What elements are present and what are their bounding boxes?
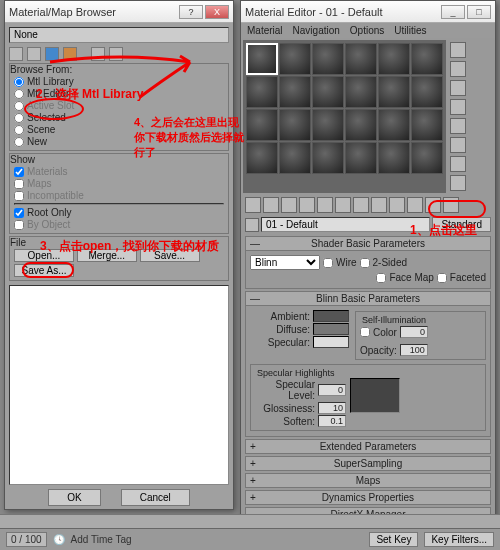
sample-slot[interactable]: [312, 76, 344, 108]
chk-root-only[interactable]: Root Only: [14, 207, 224, 218]
view-sphere-icon[interactable]: [45, 47, 59, 61]
help-button[interactable]: ?: [179, 5, 203, 19]
chk-faceted[interactable]: Faceted: [437, 272, 486, 283]
setkey-button[interactable]: Set Key: [369, 532, 418, 547]
specular-swatch[interactable]: [313, 336, 349, 348]
open-button[interactable]: Open...: [14, 249, 74, 262]
reset-icon[interactable]: [299, 197, 315, 213]
add-time-tag[interactable]: Add Time Tag: [71, 534, 132, 545]
sample-slot[interactable]: [279, 109, 311, 141]
clear-icon[interactable]: [109, 47, 123, 61]
preview-icon[interactable]: [450, 137, 466, 153]
cancel-button[interactable]: Cancel: [121, 489, 190, 506]
backlight-icon[interactable]: [450, 61, 466, 77]
background-icon[interactable]: [450, 80, 466, 96]
view-cube-icon[interactable]: [63, 47, 77, 61]
ok-button[interactable]: OK: [48, 489, 100, 506]
show-end-icon[interactable]: [407, 197, 423, 213]
rollout-supersampling[interactable]: SuperSampling: [245, 456, 491, 471]
opt-scene[interactable]: Scene: [14, 124, 224, 135]
sample-slot[interactable]: [411, 43, 443, 75]
chk-wire[interactable]: Wire: [323, 257, 357, 268]
shader-dropdown[interactable]: Blinn: [250, 255, 320, 270]
view-small-icon[interactable]: [27, 47, 41, 61]
opt-new[interactable]: New: [14, 136, 224, 147]
menu-navigation[interactable]: Navigation: [293, 25, 340, 36]
sample-slot[interactable]: [345, 43, 377, 75]
material-type-button[interactable]: Standard: [432, 217, 491, 232]
options-icon[interactable]: [450, 156, 466, 172]
rollout-shader-basic[interactable]: Shader Basic Parameters: [245, 236, 491, 251]
select-by-mat-icon[interactable]: [450, 175, 466, 191]
sample-slot[interactable]: [411, 76, 443, 108]
keyfilters-button[interactable]: Key Filters...: [424, 532, 494, 547]
soften-spinner[interactable]: 0.1: [318, 415, 346, 427]
pick-icon[interactable]: [245, 218, 259, 232]
maximize-button[interactable]: □: [467, 5, 491, 19]
gloss-spinner[interactable]: 10: [318, 402, 346, 414]
rollout-extended[interactable]: Extended Parameters: [245, 439, 491, 454]
nav-parent-icon[interactable]: [425, 197, 441, 213]
chk-2sided[interactable]: 2-Sided: [360, 257, 407, 268]
speclevel-spinner[interactable]: 0: [318, 384, 346, 396]
put-to-library-icon[interactable]: [353, 197, 369, 213]
sample-slot[interactable]: [246, 76, 278, 108]
sample-slot[interactable]: [378, 76, 410, 108]
put-to-scene-icon[interactable]: [263, 197, 279, 213]
chk-by-object[interactable]: By Object: [14, 219, 224, 230]
saveas-button[interactable]: Save As...: [14, 264, 74, 277]
rollout-dynamics[interactable]: Dynamics Properties: [245, 490, 491, 505]
sample-slot[interactable]: [411, 142, 443, 174]
nav-sibling-icon[interactable]: [443, 197, 459, 213]
sample-slot[interactable]: [279, 142, 311, 174]
opacity-spinner[interactable]: 100: [400, 344, 428, 356]
sample-uv-icon[interactable]: [450, 99, 466, 115]
sample-slot[interactable]: [312, 142, 344, 174]
rollout-maps[interactable]: Maps: [245, 473, 491, 488]
opt-selected[interactable]: Selected: [14, 112, 224, 123]
titlebar[interactable]: Material Editor - 01 - Default _ □: [241, 1, 495, 23]
ambient-swatch[interactable]: [313, 310, 349, 322]
time-tag-icon[interactable]: 🕓: [53, 534, 65, 545]
save-button[interactable]: Save...: [140, 249, 200, 262]
material-list[interactable]: [9, 285, 229, 485]
menu-material[interactable]: Material: [247, 25, 283, 36]
material-name-dropdown[interactable]: 01 - Default: [261, 217, 430, 232]
sample-slot[interactable]: [246, 142, 278, 174]
titlebar[interactable]: Material/Map Browser ? X: [5, 1, 233, 23]
menu-options[interactable]: Options: [350, 25, 384, 36]
get-material-icon[interactable]: [245, 197, 261, 213]
diffuse-swatch[interactable]: [313, 323, 349, 335]
make-unique-icon[interactable]: [335, 197, 351, 213]
opt-active-slot[interactable]: Active Slot: [14, 100, 224, 111]
effects-icon[interactable]: [371, 197, 387, 213]
chk-color[interactable]: Color0: [360, 326, 481, 338]
menu-utilities[interactable]: Utilities: [394, 25, 426, 36]
close-button[interactable]: X: [205, 5, 229, 19]
sample-slot[interactable]: [411, 109, 443, 141]
timeline-ruler[interactable]: [0, 514, 500, 528]
show-map-icon[interactable]: [389, 197, 405, 213]
chk-materials[interactable]: Materials: [14, 166, 224, 177]
sample-slot[interactable]: [345, 109, 377, 141]
minimize-button[interactable]: _: [441, 5, 465, 19]
sample-slot[interactable]: [378, 109, 410, 141]
rollout-blinn-basic[interactable]: Blinn Basic Parameters: [245, 291, 491, 306]
sample-slot[interactable]: [345, 142, 377, 174]
merge-button[interactable]: Merge...: [77, 249, 137, 262]
sample-slot[interactable]: [378, 142, 410, 174]
sample-slot[interactable]: [246, 43, 278, 75]
opt-mtl-editor[interactable]: Mtl Editor: [14, 88, 224, 99]
sample-slot[interactable]: [279, 43, 311, 75]
sample-type-icon[interactable]: [450, 42, 466, 58]
sample-slot[interactable]: [312, 43, 344, 75]
chk-incompatible[interactable]: Incompatible: [14, 190, 224, 201]
opt-mtl-library[interactable]: Mtl Library: [14, 76, 224, 87]
video-check-icon[interactable]: [450, 118, 466, 134]
assign-icon[interactable]: [281, 197, 297, 213]
copy-icon[interactable]: [317, 197, 333, 213]
sample-slot[interactable]: [279, 76, 311, 108]
sample-slot[interactable]: [378, 43, 410, 75]
sample-slot[interactable]: [246, 109, 278, 141]
update-icon[interactable]: [91, 47, 105, 61]
